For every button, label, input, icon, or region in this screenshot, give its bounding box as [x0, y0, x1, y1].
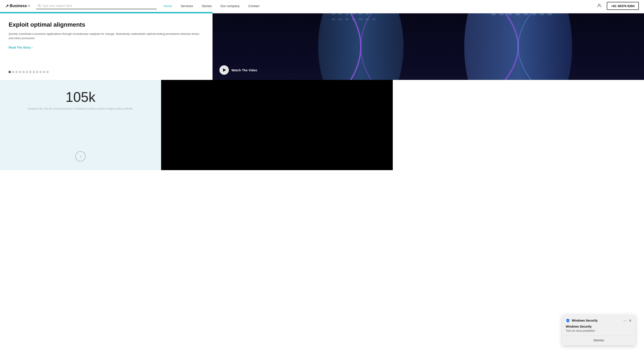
hero-dot-4[interactable]: [19, 71, 21, 73]
nav-home[interactable]: Home: [164, 4, 172, 8]
hero-dot-10[interactable]: [40, 71, 42, 73]
hero-dots: [8, 71, 204, 75]
nav-right: +61 38376 6284: [597, 2, 639, 10]
hero-dot-8[interactable]: [33, 71, 35, 73]
hero-description: Quickly coordinate e-business applicatio…: [8, 32, 204, 41]
logo-icon: ↗: [5, 3, 9, 8]
hero-dot-7[interactable]: [29, 71, 32, 73]
video-label: Watch The Video: [232, 68, 257, 72]
stats-arrow-button[interactable]: ›: [75, 151, 86, 162]
search-container: [36, 3, 156, 9]
search-input[interactable]: [36, 3, 156, 9]
phone-button[interactable]: +61 38376 6284: [607, 2, 639, 10]
search-icon: [38, 4, 41, 8]
hero-section: Exploit optimal alignments Quickly coord…: [0, 13, 644, 80]
stats-section: 105k Analysis elit, sed do eiusmod tempo…: [0, 80, 644, 170]
hero-image: Watch The Video: [212, 13, 644, 80]
play-icon: [223, 68, 226, 72]
hero-dot-6[interactable]: [26, 71, 28, 73]
logo[interactable]: ↗ BusinessBe: [5, 3, 31, 8]
svg-line-1: [40, 6, 41, 7]
nav-stories[interactable]: Stories: [202, 4, 212, 8]
stats-card: 105k Analysis elit, sed do eiusmod tempo…: [0, 80, 161, 170]
stats-number: 105k: [28, 90, 133, 104]
black-panel: [161, 80, 393, 170]
nav-links: Home Services Stories Our company Contac…: [164, 4, 260, 8]
hero-text-panel: Exploit optimal alignments Quickly coord…: [0, 13, 212, 80]
nav-our-company[interactable]: Our company: [220, 4, 240, 8]
nav-services[interactable]: Services: [181, 4, 193, 8]
logo-superscript: Be: [28, 5, 30, 7]
navbar: ↗ BusinessBe Home Services Stories Our c…: [0, 0, 644, 12]
play-button-circle[interactable]: [220, 65, 229, 75]
hero-title: Exploit optimal alignments: [8, 21, 204, 28]
hero-dot-9[interactable]: [36, 71, 38, 73]
hero-dot-11[interactable]: [43, 71, 45, 73]
hero-dot-2[interactable]: [12, 71, 14, 73]
user-icon[interactable]: [597, 3, 602, 9]
logo-text: Business: [10, 4, 27, 8]
stats-description: Analysis elit, sed do eiusmod tempor inc…: [28, 107, 133, 111]
content-area: [393, 80, 644, 170]
read-story-link[interactable]: Read The Story ›: [8, 46, 204, 49]
hero-dot-12[interactable]: [46, 71, 48, 73]
nav-contact[interactable]: Contact: [248, 4, 260, 8]
hero-dot-3[interactable]: [16, 71, 18, 73]
hero-dot-5[interactable]: [22, 71, 24, 73]
arrow-right-icon: ›: [80, 154, 81, 159]
watch-video-button[interactable]: Watch The Video: [220, 65, 257, 75]
hero-dot-1[interactable]: [8, 71, 11, 73]
hero-image-overlay: Watch The Video: [212, 13, 644, 80]
stats-number-area: 105k Analysis elit, sed do eiusmod tempo…: [28, 90, 133, 111]
